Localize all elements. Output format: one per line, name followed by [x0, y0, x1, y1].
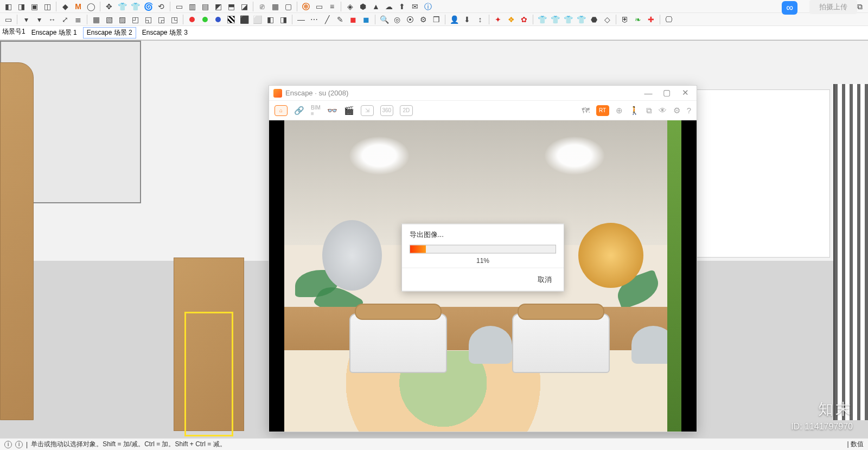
tool-icon[interactable]: ▤ [199, 1, 211, 12]
tool-icon[interactable]: ◱ [142, 14, 154, 25]
help-icon[interactable]: ? [687, 106, 691, 115]
sketchup-viewport[interactable]: Enscape · su (2008) — ▢ ✕ ⌂ 🔗 BIM≡ 👓 🎬 ⇲… [0, 40, 868, 441]
cancel-button[interactable]: 取消 [532, 272, 557, 286]
tool-icon[interactable]: ↕ [474, 14, 486, 25]
map-icon[interactable]: 🗺 [582, 106, 590, 115]
enscape-titlebar[interactable]: Enscape · su (2008) — ▢ ✕ [269, 86, 697, 101]
bim-icon[interactable]: BIM≡ [311, 105, 321, 117]
tool-icon[interactable]: ╱ [321, 14, 333, 25]
tool-icon[interactable]: ⤢ [59, 14, 71, 25]
tool-icon[interactable]: ◼ [347, 14, 359, 25]
tool-icon[interactable]: ◼ [360, 14, 372, 25]
color-icon[interactable] [199, 14, 211, 25]
tool-icon[interactable]: ⬇ [461, 14, 473, 25]
color-icon[interactable] [186, 14, 198, 25]
tool-icon[interactable]: ▥ [186, 1, 198, 12]
scene-tab[interactable]: Enscape 场景 1 [28, 27, 81, 38]
screen-icon[interactable]: 🖵 [663, 14, 675, 25]
tool-icon[interactable]: ▦ [269, 1, 281, 12]
tool-icon[interactable]: M [72, 1, 84, 12]
tool-icon[interactable]: ≣ [72, 14, 84, 25]
cube-icon[interactable]: ▦ [90, 14, 102, 25]
cube-icon[interactable]: ▨ [116, 14, 128, 25]
tool-icon[interactable]: ◲ [155, 14, 167, 25]
tool-icon[interactable]: ◨ [277, 14, 289, 25]
tool-icon[interactable]: ⬣ [588, 14, 600, 25]
infinity-badge[interactable]: ∞ [782, 1, 797, 15]
tool-icon[interactable]: ✥ [103, 1, 115, 12]
tool-icon[interactable]: ◧ [2, 1, 14, 12]
scene-tab[interactable]: Enscape 场景 2 [83, 27, 136, 38]
maximize-button[interactable]: ▢ [658, 86, 676, 100]
upload-button[interactable]: 拍摄上传 [809, 0, 857, 14]
scene-tab[interactable]: Enscape 场景 3 [138, 27, 192, 38]
tshirt-icon[interactable]: 👕 [562, 14, 574, 25]
tool-icon[interactable]: ✉ [409, 1, 421, 12]
tool-icon[interactable]: ⬛ [238, 14, 250, 25]
gear-icon[interactable]: ⚙ [417, 14, 429, 25]
tool-icon[interactable]: 👕 [116, 1, 128, 12]
info-icon[interactable]: ⓘ [422, 1, 434, 12]
eye-icon[interactable]: 👁 [659, 106, 667, 115]
settings-icon[interactable]: ⚙ [673, 106, 680, 115]
tool-icon[interactable]: ◩ [212, 1, 224, 12]
tool-icon[interactable]: 🌀 [142, 1, 154, 12]
tool-icon[interactable]: ▲ [370, 1, 382, 12]
pano-icon[interactable]: 360 [380, 105, 393, 116]
bug-icon[interactable]: ✚ [645, 14, 657, 25]
tool-icon[interactable]: ☁ [383, 1, 395, 12]
tool-icon[interactable]: ⟲ [155, 1, 167, 12]
leaf-icon[interactable]: ❧ [632, 14, 644, 25]
export-icon[interactable]: ⇲ [361, 105, 374, 116]
tool-icon[interactable]: ❖ [505, 14, 517, 25]
tool-icon[interactable]: ◳ [168, 14, 180, 25]
pencil-icon[interactable]: ✎ [334, 14, 346, 25]
tshirt-icon[interactable]: 👕 [536, 14, 548, 25]
tool-icon[interactable]: ⬒ [225, 1, 237, 12]
walk-icon[interactable]: 🚶 [629, 106, 640, 115]
minimize-button[interactable]: — [639, 86, 658, 100]
tool-icon[interactable]: ◯ [85, 1, 97, 12]
tool-icon[interactable]: — [295, 14, 307, 25]
globe-icon[interactable]: ⊕ [616, 106, 623, 115]
cube-icon[interactable]: ▧ [103, 14, 115, 25]
tool-icon[interactable]: ⬜ [251, 14, 263, 25]
binoculars-icon[interactable]: 👓 [327, 106, 337, 115]
tool-icon[interactable]: ⬆ [396, 1, 408, 12]
arrow-down-icon[interactable]: ▾ [20, 14, 32, 25]
screenshot-icon[interactable]: ⧉ [646, 106, 652, 115]
tool-icon[interactable]: ◫ [41, 1, 53, 12]
color-icon[interactable] [212, 14, 224, 25]
info-icon[interactable]: i [4, 441, 12, 448]
tool-icon[interactable]: 👕 [129, 1, 141, 12]
tshirt-icon[interactable]: 👕 [575, 14, 587, 25]
user-icon[interactable]: 👤 [448, 14, 460, 25]
enscape-render-view[interactable]: 导出图像... 11% 取消 [269, 120, 697, 432]
tool-icon[interactable]: ◰ [129, 14, 141, 25]
rt-icon[interactable]: RT [596, 105, 609, 116]
move-icon[interactable]: ↔ [46, 14, 58, 25]
target-icon[interactable]: ◎ [391, 14, 403, 25]
tool-icon[interactable]: ▢ [282, 1, 294, 12]
close-button[interactable]: ✕ [676, 86, 694, 100]
tool-icon[interactable]: ▣ [28, 1, 40, 12]
tool-icon[interactable]: ▭ [313, 1, 325, 12]
link-icon[interactable]: 🔗 [294, 106, 304, 115]
enscape-icon[interactable]: ⓔ [300, 1, 312, 12]
clapper-icon[interactable]: 🎬 [344, 106, 354, 115]
tool-icon[interactable]: ◆ [59, 1, 71, 12]
checker-icon[interactable] [225, 14, 237, 25]
tool-icon[interactable]: ◪ [238, 1, 250, 12]
tshirt-icon[interactable]: 👕 [549, 14, 561, 25]
tool-icon[interactable]: ⋯ [308, 14, 320, 25]
select-tool-icon[interactable]: ▭ [2, 14, 14, 25]
sphere-icon[interactable]: ⦿ [404, 14, 416, 25]
home-icon[interactable]: ⌂ [275, 105, 288, 116]
tool-icon[interactable]: ≡ [326, 1, 338, 12]
tool-icon[interactable]: ⬢ [357, 1, 369, 12]
gear-icon[interactable]: ✿ [518, 14, 530, 25]
shield-icon[interactable]: ⛨ [619, 14, 631, 25]
tool-icon[interactable]: ◇ [601, 14, 613, 25]
info-icon[interactable]: i [15, 441, 23, 448]
tool-icon[interactable]: ✦ [492, 14, 504, 25]
